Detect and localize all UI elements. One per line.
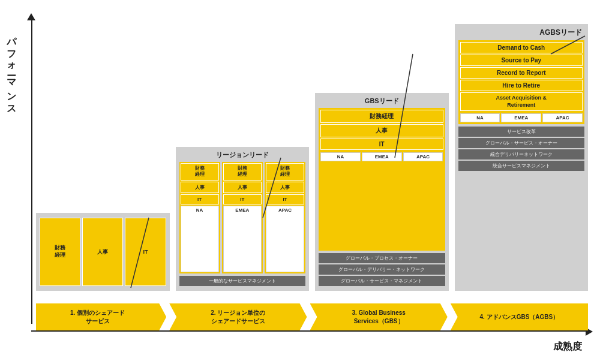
step4-emea: EMEA — [501, 113, 541, 122]
step-arrows: 1. 個別のシェアードサービス 2. リージョン単位のシェアードサービス 3. … — [36, 303, 588, 330]
step1-col: 財務経理 人事 IT — [36, 213, 170, 291]
step3-arrow: 3. Global BusinessServices（GBS） — [310, 303, 448, 330]
step3-it: IT — [320, 139, 443, 150]
step4-row3: 統合デリバリーネットワーク — [458, 149, 585, 160]
step3-na: NA — [320, 152, 361, 161]
step2-label: リージョンリード — [179, 151, 306, 160]
step2-apac-region: APAC — [266, 206, 304, 272]
step2-na-it: IT — [181, 194, 219, 204]
step3-row1: グローバル・プロセス・オーナー — [319, 253, 445, 263]
step3-row2: グローバル・デリバリー・ネットワーク — [319, 264, 445, 275]
step1-box: 財務経理 人事 IT — [36, 213, 170, 291]
step3-apac: APAC — [403, 152, 443, 161]
step3-box: GBSリード 財務経理 人事 IT NA EMEA APAC グローバル・プロセ… — [315, 93, 449, 291]
step2-bottom-row: 一般的なサービスマネジメント — [179, 276, 306, 286]
step4-arrow: 4. アドバンスGBS（AGBS） — [451, 303, 588, 330]
step4-row4: 統合サービスマネジメント — [458, 161, 585, 171]
step2-col: リージョンリード 財務経理 人事 IT NA 財務経理 人事 IT — [176, 147, 310, 291]
step3-hr: 人事 — [320, 124, 443, 137]
x-axis-label: 成熟度 — [553, 341, 582, 353]
step3-finance: 財務経理 — [320, 110, 443, 123]
step4-na: NA — [460, 113, 500, 122]
step4-hire: Hire to Retire — [460, 80, 583, 91]
step4-record: Record to Report — [460, 67, 583, 79]
step1-cell-hr: 人事 — [82, 218, 123, 286]
step2-apac-hr: 人事 — [266, 182, 304, 193]
step1-cell-finance: 財務経理 — [40, 218, 80, 286]
step2-emea-hr: 人事 — [223, 182, 262, 193]
step2-arrow: 2. リージョン単位のシェアードサービス — [169, 303, 307, 330]
step3-row3: グローバル・サービス・マネジメント — [319, 276, 445, 286]
step4-demand: Demand to Cash — [460, 42, 583, 53]
step4-row2: グローバル・サービス・オーナー — [458, 138, 585, 148]
step2-apac-finance: 財務経理 — [266, 163, 304, 181]
step2-na-finance: 財務経理 — [181, 163, 219, 181]
y-axis-label: パフォーマンス — [5, 30, 17, 112]
step2-emea-finance: 財務経理 — [223, 163, 262, 181]
step2-box: リージョンリード 財務経理 人事 IT NA 財務経理 人事 IT — [176, 147, 310, 291]
x-axis-line — [31, 330, 589, 332]
step4-source: Source to Pay — [460, 55, 583, 66]
step2-apac-it: IT — [266, 194, 304, 204]
step4-box: AGBSリード Demand to Cash Source to Pay Rec… — [455, 24, 589, 291]
step1-cell-it: IT — [125, 218, 166, 286]
step2-na-region: NA — [181, 206, 219, 272]
step2-emea-it: IT — [223, 194, 262, 204]
step4-col: AGBSリード Demand to Cash Source to Pay Rec… — [455, 24, 589, 291]
step2-emea-region: EMEA — [223, 206, 262, 272]
step3-emea: EMEA — [362, 152, 402, 161]
step1-arrow: 1. 個別のシェアードサービス — [36, 303, 166, 330]
step3-label: GBSリード — [319, 97, 445, 106]
step3-col: GBSリード 財務経理 人事 IT NA EMEA APAC グローバル・プロセ… — [315, 93, 449, 291]
step4-label: AGBSリード — [458, 28, 585, 38]
steps-area: 財務経理 人事 IT リージョンリード 財務経理 人事 IT NA — [36, 15, 588, 291]
step2-na-hr: 人事 — [181, 182, 219, 193]
y-axis-line — [31, 18, 32, 324]
step4-apac: APAC — [542, 113, 583, 122]
main-container: パフォーマンス 成熟度 財務経理 人事 IT リージョンリード — [0, 0, 600, 364]
step4-asset: Asset Acquisition &Retirement — [460, 92, 583, 111]
step4-row1: サービス改革 — [458, 127, 585, 137]
